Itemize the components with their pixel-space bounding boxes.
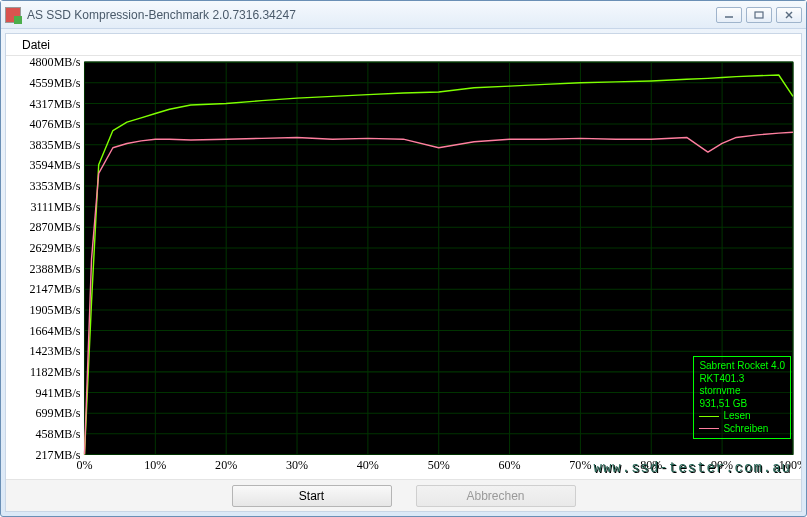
menubar: Datei <box>6 34 801 56</box>
svg-text:10%: 10% <box>144 458 166 472</box>
svg-text:4317MB/s: 4317MB/s <box>30 96 81 110</box>
legend-write-swatch <box>699 428 719 429</box>
svg-text:1905MB/s: 1905MB/s <box>30 303 81 317</box>
button-bar: Start Abbrechen <box>6 479 801 511</box>
window-controls <box>716 7 802 23</box>
svg-text:1423MB/s: 1423MB/s <box>30 344 81 358</box>
svg-text:458MB/s: 458MB/s <box>36 427 81 441</box>
svg-text:70%: 70% <box>569 458 591 472</box>
svg-text:2388MB/s: 2388MB/s <box>30 262 81 276</box>
legend-write-label: Schreiben <box>723 423 768 436</box>
client-area: Datei 217MB/s458MB/s699MB/s941MB/s1182MB… <box>5 33 802 512</box>
legend-read-swatch <box>699 416 719 417</box>
app-icon <box>5 7 21 23</box>
svg-text:217MB/s: 217MB/s <box>36 447 81 461</box>
legend-capacity: 931,51 GB <box>699 398 785 411</box>
menu-datei[interactable]: Datei <box>14 36 58 54</box>
svg-text:3835MB/s: 3835MB/s <box>30 138 81 152</box>
abort-button: Abbrechen <box>416 485 576 507</box>
svg-text:4800MB/s: 4800MB/s <box>30 56 81 69</box>
titlebar: AS SSD Kompression-Benchmark 2.0.7316.34… <box>1 1 806 29</box>
minimize-button[interactable] <box>716 7 742 23</box>
svg-text:1664MB/s: 1664MB/s <box>30 324 81 338</box>
svg-text:3594MB/s: 3594MB/s <box>30 158 81 172</box>
legend-write-row: Schreiben <box>699 423 785 436</box>
svg-text:3111MB/s: 3111MB/s <box>30 200 80 214</box>
start-button[interactable]: Start <box>232 485 392 507</box>
svg-text:4076MB/s: 4076MB/s <box>30 117 81 131</box>
legend-read-row: Lesen <box>699 410 785 423</box>
chart-area: 217MB/s458MB/s699MB/s941MB/s1182MB/s1423… <box>6 56 801 479</box>
svg-text:2147MB/s: 2147MB/s <box>30 282 81 296</box>
legend-firmware: RKT401.3 <box>699 373 785 386</box>
svg-text:699MB/s: 699MB/s <box>36 406 81 420</box>
legend-driver: stornvme <box>699 385 785 398</box>
svg-text:941MB/s: 941MB/s <box>36 386 81 400</box>
svg-text:2870MB/s: 2870MB/s <box>30 220 81 234</box>
chart-svg: 217MB/s458MB/s699MB/s941MB/s1182MB/s1423… <box>6 56 801 479</box>
maximize-button[interactable] <box>746 7 772 23</box>
svg-text:1182MB/s: 1182MB/s <box>30 365 81 379</box>
svg-text:4559MB/s: 4559MB/s <box>30 76 81 90</box>
svg-text:50%: 50% <box>428 458 450 472</box>
svg-text:0%: 0% <box>76 458 92 472</box>
svg-rect-1 <box>755 12 763 18</box>
svg-text:3353MB/s: 3353MB/s <box>30 179 81 193</box>
close-button[interactable] <box>776 7 802 23</box>
legend-read-label: Lesen <box>723 410 750 423</box>
svg-text:2629MB/s: 2629MB/s <box>30 241 81 255</box>
app-window: AS SSD Kompression-Benchmark 2.0.7316.34… <box>0 0 807 517</box>
watermark: www.ssd-tester.com.au <box>594 460 791 476</box>
legend-box: Sabrent Rocket 4.0 RKT401.3 stornvme 931… <box>693 356 791 439</box>
svg-text:40%: 40% <box>357 458 379 472</box>
legend-device: Sabrent Rocket 4.0 <box>699 360 785 373</box>
svg-text:30%: 30% <box>286 458 308 472</box>
svg-text:20%: 20% <box>215 458 237 472</box>
window-title: AS SSD Kompression-Benchmark 2.0.7316.34… <box>27 8 716 22</box>
svg-text:60%: 60% <box>499 458 521 472</box>
